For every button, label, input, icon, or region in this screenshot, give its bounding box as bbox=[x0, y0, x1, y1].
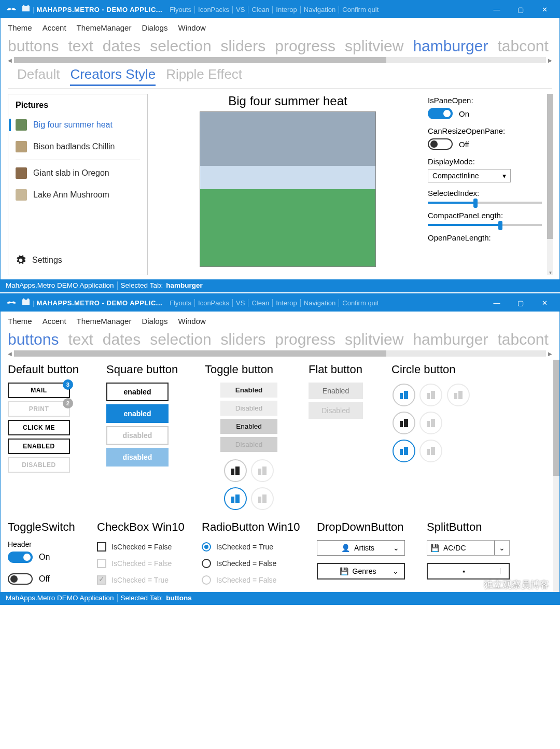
enabled-button[interactable]: ENABLED bbox=[8, 439, 70, 454]
chevron-down-icon[interactable]: ⌄ bbox=[494, 541, 509, 555]
menu-theme[interactable]: Theme bbox=[8, 317, 32, 326]
chevron-down-icon[interactable]: ▾ bbox=[547, 270, 553, 275]
tb-link-clean[interactable]: Clean bbox=[248, 299, 272, 307]
subtab-ripple[interactable]: Ripple Effect bbox=[166, 66, 242, 86]
tab-progress[interactable]: progress bbox=[275, 331, 335, 348]
tab-selection[interactable]: selection bbox=[150, 37, 211, 55]
splitbutton-book[interactable]: ▪ bbox=[427, 563, 510, 580]
list-item-label: Bison badlands Chillin bbox=[33, 142, 115, 151]
tb-link-flyouts[interactable]: Flyouts bbox=[166, 299, 194, 307]
selectedindex-slider[interactable] bbox=[428, 202, 542, 204]
circle-button[interactable] bbox=[224, 487, 247, 510]
dropdown-genres[interactable]: 💾Genres⌄ bbox=[317, 563, 405, 580]
circle-button[interactable] bbox=[393, 412, 415, 434]
list-item[interactable]: Bison badlands Chillin bbox=[8, 136, 147, 158]
circle-button[interactable] bbox=[224, 459, 247, 482]
picture-image bbox=[200, 111, 376, 267]
tb-link-confirmquit[interactable]: Confirm quit bbox=[339, 6, 382, 13]
tb-link-iconpacks[interactable]: IconPacks bbox=[194, 299, 232, 307]
mail-button[interactable]: MAIL3 bbox=[8, 383, 70, 398]
subtabs: Default Creators Style Ripple Effect bbox=[8, 66, 552, 89]
compactpanelength-slider[interactable] bbox=[428, 224, 542, 226]
chevron-down-icon[interactable] bbox=[500, 568, 509, 574]
tab-tabcontrol[interactable]: tabcont bbox=[497, 37, 548, 55]
menu-dialogs[interactable]: Dialogs bbox=[142, 317, 167, 326]
subtab-default[interactable]: Default bbox=[17, 66, 60, 86]
settings-item[interactable]: Settings bbox=[8, 250, 147, 271]
ispaneopen-toggle[interactable] bbox=[428, 108, 453, 119]
menu-thememanager[interactable]: ThemeManager bbox=[77, 317, 132, 326]
menu-accent[interactable]: Accent bbox=[43, 23, 66, 32]
tb-link-navigation[interactable]: Navigation bbox=[300, 6, 339, 13]
clickme-button[interactable]: CLICK ME bbox=[8, 420, 70, 435]
tb-link-interop[interactable]: Interop bbox=[272, 6, 300, 13]
minimize-button[interactable]: — bbox=[485, 294, 509, 312]
minimize-button[interactable]: — bbox=[485, 1, 509, 18]
vertical-scrollbar[interactable] bbox=[553, 360, 559, 592]
tab-buttons[interactable]: buttons bbox=[8, 331, 59, 348]
dropdown-artists[interactable]: 👤Artists⌄ bbox=[317, 540, 405, 556]
toggleswitch-off[interactable] bbox=[8, 573, 33, 585]
circle-button[interactable] bbox=[393, 440, 415, 462]
list-item[interactable]: Giant slab in Oregon bbox=[8, 162, 147, 184]
tab-selection[interactable]: selection bbox=[150, 331, 211, 348]
tab-scrollbar[interactable]: ◀ ▶ bbox=[8, 350, 552, 357]
tb-link-iconpacks[interactable]: IconPacks bbox=[194, 6, 232, 13]
tab-dates[interactable]: dates bbox=[103, 331, 141, 348]
tb-link-navigation[interactable]: Navigation bbox=[300, 299, 339, 307]
tab-buttons[interactable]: buttons bbox=[8, 37, 59, 55]
menu-dialogs[interactable]: Dialogs bbox=[142, 23, 167, 32]
checkbox[interactable] bbox=[97, 542, 106, 552]
tab-scrollbar[interactable]: ◀ ▶ bbox=[8, 57, 552, 63]
toggle-button: Disabled bbox=[220, 401, 277, 416]
scroll-left-icon[interactable]: ◀ bbox=[8, 58, 12, 63]
tab-sliders[interactable]: sliders bbox=[221, 331, 266, 348]
tab-text[interactable]: text bbox=[68, 37, 93, 55]
tab-progress[interactable]: progress bbox=[275, 37, 335, 55]
tab-dates[interactable]: dates bbox=[103, 37, 141, 55]
tb-link-vs[interactable]: VS bbox=[232, 6, 248, 13]
subtab-creators[interactable]: Creators Style bbox=[70, 66, 156, 86]
splitbutton-acdc[interactable]: 💾AC/DC⌄ bbox=[427, 540, 510, 556]
menu-window[interactable]: Window bbox=[178, 317, 205, 326]
tb-link-confirmquit[interactable]: Confirm quit bbox=[339, 299, 382, 307]
tab-sliders[interactable]: sliders bbox=[221, 37, 266, 55]
toggle-state: On bbox=[39, 553, 50, 562]
radio-button[interactable] bbox=[202, 542, 211, 552]
tab-hamburger[interactable]: hamburger bbox=[413, 37, 488, 55]
square-button[interactable]: enabled bbox=[106, 383, 169, 401]
canresize-toggle[interactable] bbox=[428, 138, 453, 150]
list-item[interactable]: Lake Ann Mushroom bbox=[8, 184, 147, 206]
tab-tabcontrol[interactable]: tabcont bbox=[497, 331, 548, 348]
toggle-button[interactable]: Enabled bbox=[220, 383, 277, 398]
tb-link-vs[interactable]: VS bbox=[232, 299, 248, 307]
menu-window[interactable]: Window bbox=[178, 23, 205, 32]
tab-splitview[interactable]: splitview bbox=[345, 37, 403, 55]
tab-hamburger[interactable]: hamburger bbox=[413, 331, 488, 348]
maximize-button[interactable]: ▢ bbox=[509, 294, 533, 312]
toggle-button[interactable]: Enabled bbox=[220, 419, 277, 434]
tb-link-interop[interactable]: Interop bbox=[272, 299, 300, 307]
vertical-scrollbar[interactable]: ▾ bbox=[547, 94, 553, 275]
radio-button[interactable] bbox=[202, 559, 211, 568]
scroll-right-icon[interactable]: ▶ bbox=[548, 58, 552, 63]
tb-link-flyouts[interactable]: Flyouts bbox=[166, 6, 194, 13]
chevron-down-icon: ⌄ bbox=[393, 544, 399, 552]
tb-link-clean[interactable]: Clean bbox=[248, 6, 272, 13]
square-button[interactable]: enabled bbox=[106, 404, 169, 423]
close-button[interactable]: ✕ bbox=[533, 294, 556, 312]
maximize-button[interactable]: ▢ bbox=[509, 1, 533, 18]
flat-button[interactable]: Enabled bbox=[309, 383, 363, 399]
circle-button[interactable] bbox=[393, 384, 415, 406]
close-button[interactable]: ✕ bbox=[533, 1, 556, 18]
scroll-left-icon[interactable]: ◀ bbox=[8, 351, 12, 357]
menu-accent[interactable]: Accent bbox=[43, 317, 66, 326]
displaymode-combo[interactable]: CompactInline▾ bbox=[428, 169, 511, 182]
list-item[interactable]: Big four summer heat bbox=[8, 114, 147, 136]
menu-thememanager[interactable]: ThemeManager bbox=[77, 23, 132, 32]
tab-text[interactable]: text bbox=[68, 331, 93, 348]
tab-splitview[interactable]: splitview bbox=[345, 331, 403, 348]
menu-theme[interactable]: Theme bbox=[8, 23, 32, 32]
scroll-right-icon[interactable]: ▶ bbox=[548, 351, 552, 357]
toggleswitch-on[interactable] bbox=[8, 552, 33, 563]
